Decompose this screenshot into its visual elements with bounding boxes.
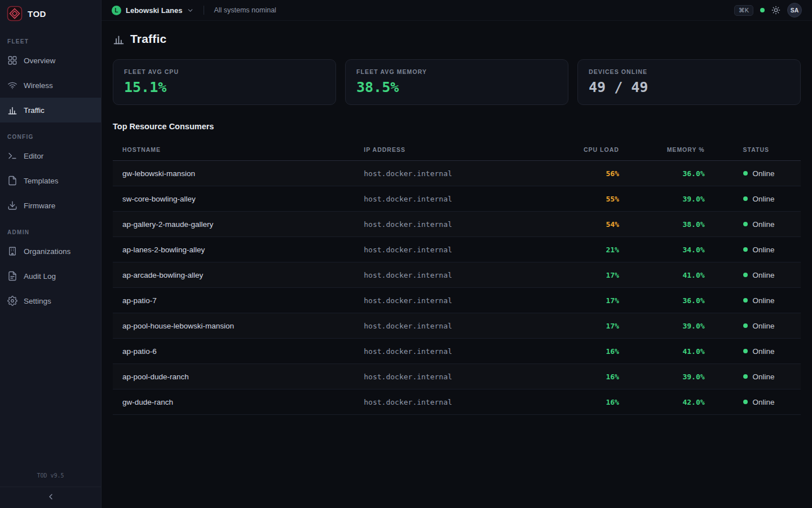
table-row-ap-patio-7[interactable]: ap-patio-7host.docker.internal17%36.0%On… xyxy=(113,288,801,313)
stat-value: 38.5% xyxy=(356,79,557,95)
user-avatar[interactable]: SA xyxy=(787,3,802,17)
cpu-load-cell: 16% xyxy=(542,347,625,356)
hostname-cell: ap-lanes-2-bowling-alley xyxy=(113,246,364,254)
memory-cell: 34.0% xyxy=(625,246,718,254)
hostname-cell: gw-lebowski-mansion xyxy=(113,169,364,178)
main-area: L Lebowski Lanes All systems nominal ⌘K … xyxy=(102,0,812,508)
bar-chart-icon xyxy=(113,33,125,45)
tod-logo-icon xyxy=(7,6,23,21)
online-status-dot xyxy=(743,196,748,201)
table-row-ap-arcade-bowling-alley[interactable]: ap-arcade-bowling-alleyhost.docker.inter… xyxy=(113,262,801,288)
memory-cell: 42.0% xyxy=(625,398,718,406)
status-label: Online xyxy=(753,373,775,381)
health-indicator-dot xyxy=(760,8,765,12)
terminal-icon xyxy=(7,151,17,161)
status-label: Online xyxy=(753,398,775,406)
sidebar-item-settings[interactable]: Settings xyxy=(0,288,101,313)
sidebar-item-label: Firmware xyxy=(24,202,55,210)
app-logo[interactable]: TOD xyxy=(0,0,101,27)
memory-cell: 39.0% xyxy=(625,373,718,381)
cpu-load-cell: 21% xyxy=(542,246,625,254)
sidebar-item-organizations[interactable]: Organizations xyxy=(0,239,101,264)
online-status-dot xyxy=(743,222,748,226)
sidebar-item-label: Templates xyxy=(24,177,59,185)
sidebar-item-overview[interactable]: Overview xyxy=(0,48,101,73)
command-palette-shortcut[interactable]: ⌘K xyxy=(734,5,753,16)
table-row-ap-gallery-2-maude-gallery[interactable]: ap-gallery-2-maude-galleryhost.docker.in… xyxy=(113,212,801,237)
org-avatar: L xyxy=(112,6,121,15)
sidebar-item-label: Settings xyxy=(24,297,51,305)
ip-address-cell: host.docker.internal xyxy=(364,195,542,203)
table-row-gw-dude-ranch[interactable]: gw-dude-ranchhost.docker.internal16%42.0… xyxy=(113,389,801,415)
gear-icon xyxy=(7,296,17,306)
sidebar-item-templates[interactable]: Templates xyxy=(0,168,101,193)
table-row-gw-lebowski-mansion[interactable]: gw-lebowski-mansionhost.docker.internal5… xyxy=(113,161,801,186)
online-status-dot xyxy=(743,400,748,404)
online-status-dot xyxy=(743,323,748,328)
status-cell: Online xyxy=(718,322,801,330)
ip-address-cell: host.docker.internal xyxy=(364,373,542,381)
bar-chart-icon xyxy=(7,105,17,115)
column-header-hostname: HOSTNAME xyxy=(113,146,364,153)
table-row-ap-pool-house-lebowski-mansion[interactable]: ap-pool-house-lebowski-mansionhost.docke… xyxy=(113,313,801,339)
status-cell: Online xyxy=(718,195,801,203)
top-bar: L Lebowski Lanes All systems nominal ⌘K … xyxy=(102,0,812,21)
app-name: TOD xyxy=(28,9,46,19)
memory-cell: 39.0% xyxy=(625,322,718,330)
sidebar-section-label-admin: ADMIN xyxy=(0,229,101,235)
table-row-sw-core-bowling-alley[interactable]: sw-core-bowling-alleyhost.docker.interna… xyxy=(113,186,801,212)
ip-address-cell: host.docker.internal xyxy=(364,169,542,178)
stat-card-fleet-avg-memory: FLEET AVG MEMORY38.5% xyxy=(345,59,568,105)
column-header-status: STATUS xyxy=(718,146,801,153)
cpu-load-cell: 17% xyxy=(542,296,625,305)
table-body: gw-lebowski-mansionhost.docker.internal5… xyxy=(113,161,801,415)
top-consumers-table: HOSTNAMEIP ADDRESSCPU LOADMEMORY %STATUS… xyxy=(113,138,801,415)
sidebar-item-traffic[interactable]: Traffic xyxy=(0,98,101,122)
table-row-ap-patio-6[interactable]: ap-patio-6host.docker.internal16%41.0%On… xyxy=(113,339,801,364)
sidebar-item-wireless[interactable]: Wireless xyxy=(0,73,101,98)
file-text-icon xyxy=(7,271,17,281)
column-header-ip-address: IP ADDRESS xyxy=(364,146,542,153)
hostname-cell: ap-patio-7 xyxy=(113,296,364,305)
theme-toggle-button[interactable] xyxy=(771,6,780,15)
sidebar-item-label: Overview xyxy=(24,56,55,65)
status-label: Online xyxy=(753,322,775,330)
table-title: Top Resource Consumers xyxy=(113,122,801,131)
column-header-memory: MEMORY % xyxy=(625,146,718,153)
stat-label: FLEET AVG CPU xyxy=(124,68,325,75)
hostname-cell: ap-patio-6 xyxy=(113,347,364,356)
stats-row: FLEET AVG CPU15.1%FLEET AVG MEMORY38.5%D… xyxy=(113,59,801,105)
app-root: TOD FLEETOverviewWirelessTrafficCONFIGEd… xyxy=(0,0,812,508)
hostname-cell: ap-arcade-bowling-alley xyxy=(113,271,364,279)
sidebar-item-editor[interactable]: Editor xyxy=(0,143,101,168)
memory-cell: 39.0% xyxy=(625,195,718,203)
sidebar-item-firmware[interactable]: Firmware xyxy=(0,193,101,218)
status-cell: Online xyxy=(718,296,801,305)
ip-address-cell: host.docker.internal xyxy=(364,347,542,356)
org-switcher[interactable]: L Lebowski Lanes xyxy=(112,6,194,15)
online-status-dot xyxy=(743,298,748,303)
page-title: Traffic xyxy=(130,32,166,46)
sidebar-item-label: Wireless xyxy=(24,81,53,90)
cpu-load-cell: 16% xyxy=(542,398,625,406)
table-row-ap-lanes-2-bowling-alley[interactable]: ap-lanes-2-bowling-alleyhost.docker.inte… xyxy=(113,237,801,262)
ip-address-cell: host.docker.internal xyxy=(364,296,542,305)
cpu-load-cell: 55% xyxy=(542,195,625,203)
status-cell: Online xyxy=(718,398,801,406)
status-cell: Online xyxy=(718,347,801,356)
sidebar-item-audit-log[interactable]: Audit Log xyxy=(0,264,101,288)
online-status-dot xyxy=(743,374,748,379)
status-label: Online xyxy=(753,246,775,254)
sidebar-nav: FLEETOverviewWirelessTrafficCONFIGEditor… xyxy=(0,27,101,313)
sidebar-collapse-button[interactable] xyxy=(0,487,101,508)
status-label: Online xyxy=(753,195,775,203)
memory-cell: 36.0% xyxy=(625,296,718,305)
building-icon xyxy=(7,246,17,256)
app-version: TOD v9.5 xyxy=(0,467,101,487)
wifi-icon xyxy=(7,80,17,90)
table-row-ap-pool-dude-ranch[interactable]: ap-pool-dude-ranchhost.docker.internal16… xyxy=(113,364,801,389)
stat-card-fleet-avg-cpu: FLEET AVG CPU15.1% xyxy=(113,59,336,105)
chevron-down-icon xyxy=(187,7,194,14)
hostname-cell: ap-pool-house-lebowski-mansion xyxy=(113,322,364,330)
download-icon xyxy=(7,200,17,211)
